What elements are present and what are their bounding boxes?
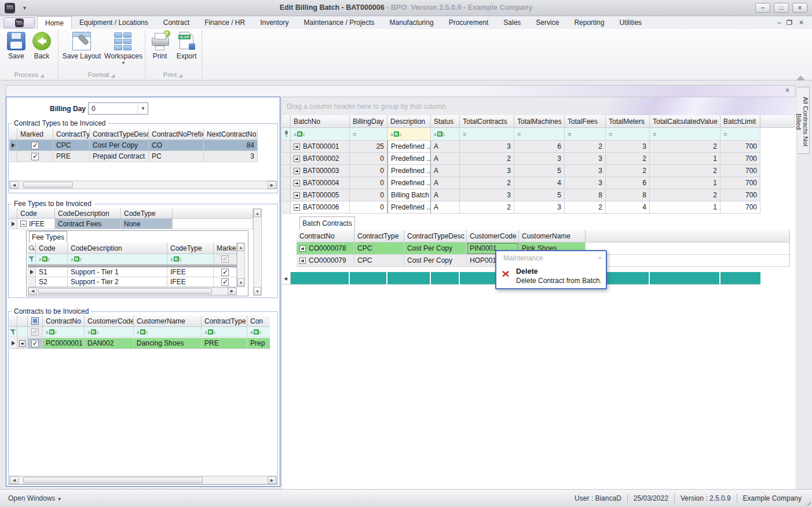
filter-checkbox[interactable] <box>31 328 39 336</box>
column-header[interactable]: ContractType <box>202 315 247 327</box>
search-icon[interactable] <box>29 245 35 251</box>
scroll-left-icon[interactable]: ◀ <box>28 288 37 295</box>
tab-sales[interactable]: Sales <box>496 16 528 29</box>
filter-pin-icon[interactable] <box>284 131 289 137</box>
column-header-billingday[interactable]: BillingDay <box>350 115 387 128</box>
column-header[interactable]: ContractType <box>53 128 90 140</box>
scroll-up-icon[interactable]: ▲ <box>598 255 602 260</box>
scroll-right-icon[interactable]: ▶ <box>268 476 276 484</box>
column-header[interactable]: Marked <box>17 128 53 140</box>
scroll-down-icon[interactable]: ▼ <box>254 287 261 295</box>
tab-service[interactable]: Service <box>528 16 566 29</box>
scroll-left-icon[interactable]: ◀ <box>10 476 19 484</box>
marked-checkbox[interactable] <box>221 269 229 276</box>
delete-menu-description[interactable]: Delete Contract from Batch <box>516 277 600 285</box>
tab-contract[interactable]: Contract <box>156 16 197 29</box>
application-button[interactable]: bpo <box>3 17 35 28</box>
column-header-totalmeters[interactable]: TotalMeters <box>606 115 650 128</box>
billing-day-combo[interactable]: 0 ▼ <box>88 102 148 115</box>
column-header-totalmachines[interactable]: TotalMachines <box>514 115 565 128</box>
horizontal-scrollbar[interactable]: ◀ ▶ <box>9 476 277 484</box>
collapse-row-icon[interactable] <box>20 221 27 227</box>
auto-filter-row[interactable] <box>282 128 760 141</box>
resize-grip[interactable] <box>804 499 811 506</box>
scroll-right-icon[interactable]: ▶ <box>268 181 276 189</box>
table-row[interactable]: S2 Support - Tier 2 IFEE <box>28 277 237 287</box>
vertical-scrollbar[interactable]: ▲ ▼ <box>237 243 245 287</box>
tab-inventory[interactable]: Inventory <box>253 16 296 29</box>
open-windows-button[interactable]: Open Windows ▼ <box>8 494 62 502</box>
expand-row-icon[interactable] <box>294 156 300 162</box>
horizontal-scrollbar[interactable]: ◀ ▶ <box>28 287 237 295</box>
column-header[interactable]: ContractType <box>354 230 404 243</box>
column-header-totalcalculatedvalue[interactable]: TotalCalculatedValue <box>650 115 720 128</box>
scroll-down-icon[interactable]: ▼ <box>598 280 602 285</box>
print-button[interactable]: ? Print <box>147 32 173 69</box>
save-layout-button[interactable]: Save Layout <box>63 32 101 69</box>
table-row[interactable]: PC0000001 DAN002 Dancing Shoes PRE Prep <box>9 338 270 349</box>
mdi-close-icon[interactable]: × <box>799 19 803 27</box>
column-header[interactable]: CustomerCode <box>467 230 519 243</box>
expand-row-icon[interactable] <box>294 192 300 199</box>
expand-row-icon[interactable] <box>294 168 300 174</box>
table-row-expanded[interactable]: BAT000006 0 Predefined ... A 2 3 2 4 1 7… <box>282 201 760 214</box>
tab-finance-hr[interactable]: Finance / HR <box>197 16 253 29</box>
select-all-checkbox[interactable] <box>31 317 39 325</box>
column-header-totalcontracts[interactable]: TotalContracts <box>460 115 514 128</box>
scroll-left-icon[interactable]: ◀ <box>10 181 19 189</box>
row-checkbox[interactable] <box>31 340 39 347</box>
panel-close-icon[interactable]: × <box>785 86 789 94</box>
fee-types-detail-tab[interactable]: Fee Types <box>29 231 67 243</box>
column-header-batchlimit[interactable]: BatchLimit <box>720 115 760 128</box>
column-header-status[interactable]: Status <box>431 115 460 128</box>
maximize-button[interactable]: □ <box>774 3 789 13</box>
minimize-button[interactable]: – <box>755 3 770 13</box>
collapse-row-icon[interactable] <box>294 204 300 211</box>
scroll-up-icon[interactable]: ▲ <box>254 209 261 217</box>
filter-row[interactable] <box>9 327 270 337</box>
table-row[interactable]: BAT000003 0 Predefined ... A 3 5 3 2 2 7… <box>282 165 760 177</box>
table-row[interactable]: IFEE Contract Fees None <box>9 219 253 229</box>
table-row[interactable]: PRE Prepaid Contract PC 3 <box>9 151 258 162</box>
mdi-restore-icon[interactable] <box>787 20 792 25</box>
table-row[interactable]: CPC Cost Per Copy CO 84 <box>9 140 258 151</box>
filter-icon[interactable] <box>10 329 16 335</box>
table-row[interactable]: BAT000001 25 Predefined ... A 3 6 2 3 2 … <box>282 141 760 153</box>
marked-checkbox[interactable] <box>31 142 39 149</box>
batch-contracts-tab[interactable]: Batch Contracts <box>299 216 355 230</box>
mdi-minimize-icon[interactable]: – <box>777 19 781 27</box>
expand-row-icon[interactable] <box>299 258 306 264</box>
column-header[interactable]: Marked <box>214 243 237 254</box>
horizontal-scrollbar[interactable]: ◀ ▶ <box>9 181 277 189</box>
marked-checkbox[interactable] <box>221 278 229 286</box>
table-row[interactable]: S1 Support - Tier 1 IFEE <box>28 267 237 277</box>
export-button[interactable]: XLSX Export <box>173 32 200 69</box>
column-header-batchno[interactable]: BatchNo <box>291 115 350 128</box>
group-by-bar[interactable]: Drag a column header here to group by th… <box>282 97 796 115</box>
column-header[interactable]: CodeDescription <box>68 243 167 254</box>
tab-home[interactable]: Home <box>37 16 72 29</box>
marked-filter-checkbox[interactable] <box>221 255 229 263</box>
column-header[interactable]: ContractTypeDesc <box>90 128 149 140</box>
scroll-up-icon[interactable]: ▲ <box>237 243 244 251</box>
expand-row-icon[interactable] <box>299 245 306 252</box>
column-header[interactable]: Con <box>247 315 270 327</box>
column-header[interactable]: CodeType <box>121 208 173 219</box>
back-button[interactable]: Back <box>29 32 54 69</box>
filter-row[interactable] <box>28 254 237 264</box>
tab-manufacturing[interactable]: Manufacturing <box>382 16 441 29</box>
billing-day-dropdown-icon[interactable]: ▼ <box>138 103 148 114</box>
table-row[interactable]: BAT000005 0 Billing Batch 5 A 3 5 8 8 2 … <box>282 189 760 201</box>
scroll-right-icon[interactable]: ▶ <box>228 288 236 295</box>
save-button[interactable]: Save <box>3 32 29 69</box>
column-header[interactable]: Code <box>17 208 55 219</box>
column-header[interactable]: ContractNoPrefix <box>149 128 204 140</box>
column-header[interactable]: Code <box>36 243 68 254</box>
tab-reporting[interactable]: Reporting <box>566 16 612 29</box>
column-header[interactable]: CodeDescription <box>55 208 121 219</box>
table-row[interactable]: BAT000002 0 Predefined ... A 2 3 3 2 1 7… <box>282 153 760 165</box>
column-header[interactable]: NextContractNo <box>204 128 258 140</box>
expand-row-icon[interactable] <box>19 340 25 347</box>
column-header[interactable]: CustomerCode <box>85 315 134 327</box>
column-header[interactable]: CustomerName <box>519 230 586 243</box>
